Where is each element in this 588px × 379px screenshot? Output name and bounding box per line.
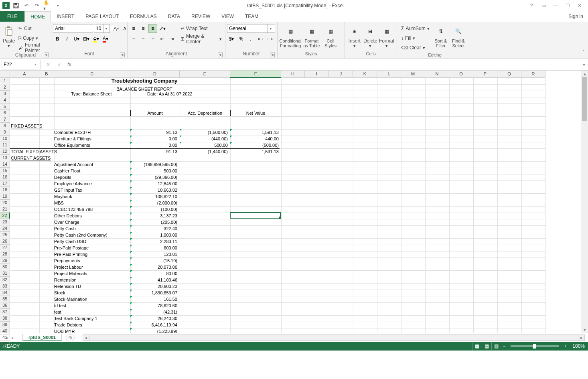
align-right-icon[interactable]: ≡ — [148, 34, 157, 43]
font-name-combo[interactable]: ▾ — [53, 24, 93, 33]
zoom-thumb[interactable] — [533, 344, 536, 349]
undo-icon[interactable]: ↶ — [22, 2, 30, 10]
font-size-input[interactable] — [94, 26, 103, 31]
name-box-input[interactable] — [4, 62, 34, 67]
cell-B16[interactable]: Deposits — [53, 174, 72, 180]
cell-D33[interactable]: 20,600.23 — [130, 283, 178, 290]
minimize-icon[interactable]: — — [550, 2, 561, 10]
row-header-10[interactable]: 10 — [0, 136, 10, 142]
number-launcher-icon[interactable]: ⬊ — [270, 53, 275, 57]
redo-icon[interactable]: ↷ — [33, 2, 41, 10]
cell-B20[interactable]: MBS — [53, 200, 65, 206]
cell-area[interactable]: Troubleshooting CompanyBALANCE SHEET REP… — [10, 78, 588, 333]
cell-B39[interactable]: Trade Debtors — [53, 322, 83, 328]
enter-formula-icon[interactable]: ✓ — [55, 60, 64, 69]
cell-D22[interactable]: 3,137.23 — [130, 213, 178, 219]
touch-mode-icon[interactable]: ✋▾ — [43, 2, 51, 10]
column-header-O[interactable]: O — [449, 71, 473, 78]
increase-decimal-icon[interactable]: .0→ — [256, 34, 265, 43]
cell-B30[interactable]: Project Labour — [53, 264, 84, 270]
cell-B35[interactable]: Stock-Marination — [53, 296, 88, 302]
orientation-icon[interactable]: ⤢▾ — [158, 24, 167, 33]
zoom-level[interactable]: 100% — [572, 343, 585, 349]
row-header-20[interactable]: 20 — [0, 200, 10, 206]
cell-D12[interactable]: 91.13 — [130, 148, 178, 155]
cell-D28[interactable]: 120.01 — [130, 251, 178, 257]
cell-B21[interactable]: OCBC 123 456 798 — [53, 206, 93, 213]
delete-cells-button[interactable]: ⊟Delete▾ — [363, 24, 379, 49]
row-header-12[interactable]: 12 — [0, 148, 10, 155]
align-top-icon[interactable]: ≡ — [129, 24, 138, 33]
align-center-icon[interactable]: ≡ — [139, 34, 148, 43]
row-header-25[interactable]: 25 — [0, 232, 10, 238]
row-header-27[interactable]: 27 — [0, 245, 10, 251]
row-header-30[interactable]: 30 — [0, 264, 10, 270]
cell-B38[interactable]: Test Bank Company 1 — [53, 315, 98, 322]
scroll-up-icon[interactable]: ▴ — [581, 71, 588, 77]
align-bottom-icon[interactable]: ≡ — [148, 24, 157, 33]
row-header-34[interactable]: 34 — [0, 290, 10, 296]
row-header-13[interactable]: 13 — [0, 155, 10, 161]
row-header-5[interactable]: 5 — [0, 103, 10, 110]
cell-F10[interactable]: 440.00 — [230, 136, 280, 142]
row-header-8[interactable]: 8 — [0, 123, 10, 129]
cell-D36[interactable]: 78,620.60 — [130, 302, 178, 309]
cell-D16[interactable]: (29,366.00) — [130, 174, 178, 180]
column-header-B[interactable]: B — [39, 71, 54, 78]
cell-B22[interactable]: Other Debtors — [53, 213, 83, 219]
increase-font-icon[interactable]: A — [111, 24, 120, 33]
number-format-input[interactable] — [227, 26, 268, 31]
column-header-I[interactable]: I — [305, 71, 329, 78]
cell-D37[interactable]: (42.31) — [130, 309, 178, 315]
percent-icon[interactable]: % — [237, 34, 245, 43]
autosum-button[interactable]: ΣAutoSum ▾ — [399, 24, 431, 33]
cell-B27[interactable]: Pre-Paid Postage — [53, 245, 89, 251]
row-header-11[interactable]: 11 — [0, 142, 10, 148]
row-header-22[interactable]: 22 — [0, 213, 10, 219]
zoom-slider[interactable] — [511, 345, 559, 347]
cell-D26[interactable]: 2,283.11 — [130, 238, 178, 245]
row-header-7[interactable]: 7 — [0, 116, 10, 123]
cell-styles-button[interactable]: ▦Cell Styles — [322, 24, 339, 49]
cell-A12[interactable]: TOTAL FIXED ASSETS — [10, 148, 58, 155]
column-header-P[interactable]: P — [473, 71, 497, 78]
find-select-button[interactable]: 🔍Find & Select — [450, 24, 467, 49]
select-all-corner[interactable] — [0, 71, 10, 78]
row-header-4[interactable]: 4 — [0, 97, 10, 103]
cell-F12[interactable]: 1,531.13 — [230, 148, 280, 155]
column-header-L[interactable]: L — [377, 71, 401, 78]
row-header-15[interactable]: 15 — [0, 168, 10, 174]
scroll-left-icon[interactable]: ◂ — [83, 335, 89, 340]
report-company[interactable]: Troubleshooting Company — [10, 78, 279, 84]
ribbon-display-icon[interactable]: ▭ — [538, 2, 549, 10]
cell-D15[interactable]: 500.00 — [130, 168, 178, 174]
decrease-indent-icon[interactable]: ⇤ — [158, 34, 167, 43]
cell-D32[interactable]: 41,100.46 — [130, 277, 178, 283]
bold-button[interactable]: B — [53, 34, 62, 43]
cell-D31[interactable]: 80.00 — [130, 270, 178, 277]
fill-button[interactable]: ↓Fill ▾ — [399, 34, 431, 43]
align-middle-icon[interactable]: ≡ — [139, 24, 148, 33]
row-header-37[interactable]: 37 — [0, 309, 10, 315]
clear-button[interactable]: ⌫Clear ▾ — [399, 43, 431, 52]
cancel-formula-icon[interactable]: ✕ — [43, 60, 53, 69]
cell-B25[interactable]: Petty Cash (2nd Company) — [53, 232, 108, 238]
row-header-24[interactable]: 24 — [0, 225, 10, 232]
borders-button[interactable]: ⊞▾ — [82, 34, 91, 43]
cell-B19[interactable]: Maybank — [53, 193, 73, 200]
expand-formula-bar-icon[interactable]: ▾ — [580, 62, 588, 67]
spreadsheet-grid[interactable]: ABCDEFHIJKLMNOPQR 1234567891011121314151… — [0, 71, 588, 333]
cell-F6[interactable]: Net Value — [230, 110, 281, 116]
fx-icon[interactable]: fx — [67, 62, 71, 67]
row-header-3[interactable]: 3 — [0, 91, 10, 97]
cell-E11[interactable]: 500.00 — [180, 142, 229, 148]
vertical-scrollbar[interactable]: ▴ ▾ — [581, 71, 588, 333]
name-box[interactable]: ▾ — [2, 60, 41, 69]
tab-view[interactable]: VIEW — [216, 11, 239, 22]
cell-F11[interactable]: (500.00) — [230, 142, 280, 148]
cell-C3[interactable]: Type: Balance Sheet — [70, 91, 113, 97]
row-header-35[interactable]: 35 — [0, 296, 10, 302]
cell-D20[interactable]: (2,000.00) — [130, 200, 178, 206]
tab-home[interactable]: HOME — [24, 11, 51, 22]
tab-data[interactable]: DATA — [162, 11, 186, 22]
